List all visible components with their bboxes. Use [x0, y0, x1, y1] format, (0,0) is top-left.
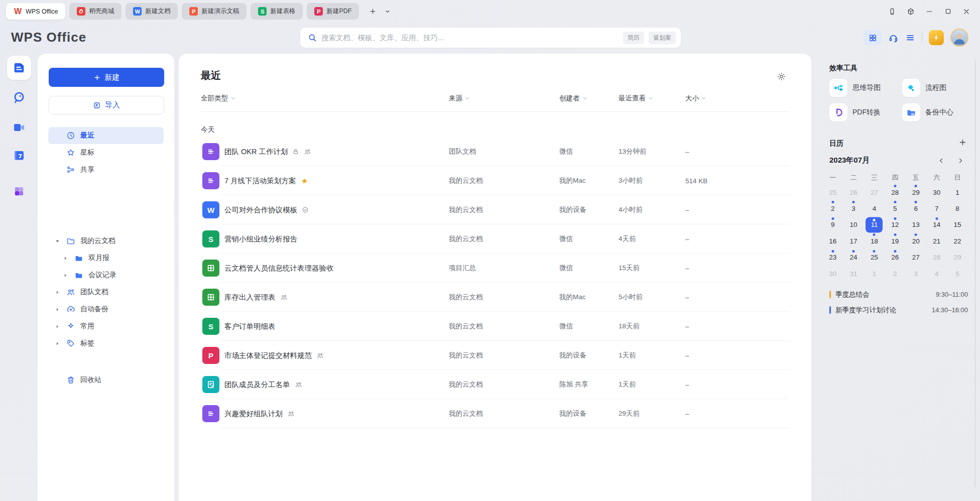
search-input[interactable]: [321, 34, 619, 42]
search-bar[interactable]: 简历 策划案: [300, 28, 681, 48]
file-row[interactable]: 兴趣爱好组队计划 我的云文档 我的设备 29天前 –: [179, 399, 811, 428]
calendar-day[interactable]: 25: [822, 184, 843, 200]
caret-down-icon[interactable]: [55, 238, 60, 244]
new-document-button[interactable]: 新建: [49, 68, 164, 87]
filter-last-viewed[interactable]: 最近查看: [619, 94, 653, 103]
filter-size[interactable]: 大小: [685, 94, 706, 103]
calendar-day[interactable]: 17: [843, 233, 864, 249]
filter-all-types[interactable]: 全部类型: [201, 94, 235, 103]
calendar-day[interactable]: 9: [822, 217, 843, 233]
tree-item-bimonthly-report[interactable]: 双月报: [48, 249, 164, 267]
mobile-connect-button[interactable]: [885, 4, 900, 19]
support-button[interactable]: [888, 33, 899, 43]
scrollbar[interactable]: [974, 60, 976, 487]
sidebar-item-shared[interactable]: 共享: [48, 161, 164, 178]
calendar-day[interactable]: 28: [926, 249, 947, 266]
calendar-day[interactable]: 16: [822, 233, 843, 249]
apps-grid-button[interactable]: [864, 30, 882, 45]
search-tag-proposal[interactable]: 策划案: [649, 32, 676, 44]
sidebar-item-trash[interactable]: 回收站: [48, 371, 164, 389]
calendar-day[interactable]: 5: [885, 200, 905, 216]
file-row[interactable]: P 市场主体登记提交材料规范 我的云文档 我的设备 1天前 –: [179, 341, 811, 370]
calendar-day[interactable]: 1: [864, 266, 885, 282]
filter-source[interactable]: 来源: [449, 94, 470, 103]
calendar-day[interactable]: 15: [947, 217, 967, 233]
tab-wps-office[interactable]: W WPS Office: [6, 3, 65, 20]
calendar-day[interactable]: 18: [864, 233, 885, 249]
calendar-day[interactable]: 23: [822, 249, 843, 266]
calendar-day[interactable]: 10: [843, 217, 864, 233]
search-tag-resume[interactable]: 简历: [623, 32, 644, 44]
tab-new-presentation[interactable]: P 新建演示文稿: [182, 3, 247, 20]
membership-badge[interactable]: [929, 30, 944, 45]
tab-new-document[interactable]: W 新建文档: [126, 3, 178, 20]
tab-new-spreadsheet[interactable]: S 新建表格: [251, 3, 303, 20]
calendar-day[interactable]: 3: [906, 266, 926, 282]
file-row[interactable]: W 公司对外合作协议模板 我的云文档 我的设备 4小时前 –: [179, 195, 811, 224]
calendar-day[interactable]: 8: [947, 200, 967, 216]
rail-calendar-button[interactable]: 7: [12, 149, 26, 162]
calendar-next-button[interactable]: [957, 157, 964, 164]
calendar-day[interactable]: 24: [843, 249, 864, 266]
calendar-day[interactable]: 13: [906, 217, 926, 233]
calendar-event[interactable]: 季度总结会 9:30–11:00: [829, 287, 968, 302]
caret-right-icon[interactable]: [55, 307, 60, 312]
calendar-day[interactable]: 2: [885, 266, 905, 282]
calendar-day[interactable]: 27: [864, 184, 885, 200]
tool-backup-center[interactable]: 备份中心: [902, 103, 970, 121]
calendar-day[interactable]: 20: [906, 233, 926, 249]
file-row[interactable]: S 客户订单明细表 我的云文档 微信 18天前 –: [179, 312, 811, 341]
tab-docer-store[interactable]: 稻壳商城: [69, 3, 121, 20]
file-row[interactable]: S 营销小组业绩分析报告 我的云文档 微信 4天前 –: [179, 224, 811, 254]
tree-item-team-docs[interactable]: 团队文档: [48, 284, 164, 301]
file-row[interactable]: 7 月线下活动策划方案 我的云文档 我的Mac 3小时前 514 KB: [179, 166, 811, 195]
calendar-day[interactable]: 29: [947, 249, 967, 266]
tool-flowchart[interactable]: 流程图: [902, 79, 970, 97]
calendar-day[interactable]: 26: [885, 249, 905, 266]
tree-item-meeting-notes[interactable]: 会议记录: [48, 267, 164, 284]
calendar-day[interactable]: 30: [926, 184, 947, 200]
file-row[interactable]: 团队 OKR 工作计划 团队文档 微信 13分钟前 –: [179, 137, 811, 166]
calendar-prev-button[interactable]: [938, 157, 945, 164]
calendar-add-button[interactable]: [958, 138, 967, 147]
main-menu-button[interactable]: [905, 33, 915, 43]
filter-creator[interactable]: 创建者: [559, 94, 587, 103]
calendar-day[interactable]: 30: [822, 266, 843, 282]
calendar-day[interactable]: 5: [947, 266, 967, 282]
caret-right-icon[interactable]: [63, 256, 68, 261]
tree-item-frequent[interactable]: 常用: [48, 318, 164, 335]
caret-right-icon[interactable]: [55, 324, 60, 329]
caret-right-icon[interactable]: [55, 341, 60, 346]
caret-right-icon[interactable]: [55, 290, 60, 295]
minimize-button[interactable]: [922, 4, 937, 19]
calendar-day[interactable]: 6: [906, 200, 926, 216]
sidebar-item-recent[interactable]: 最近: [48, 127, 164, 144]
calendar-day[interactable]: 12: [885, 217, 905, 233]
calendar-day[interactable]: 31: [843, 266, 864, 282]
calendar-day[interactable]: 14: [926, 217, 947, 233]
user-avatar[interactable]: [950, 29, 968, 47]
calendar-day[interactable]: 26: [843, 184, 864, 200]
list-settings-button[interactable]: [777, 72, 786, 81]
tab-list-button[interactable]: [381, 5, 394, 18]
calendar-day[interactable]: 22: [947, 233, 967, 249]
workspace-button[interactable]: [903, 4, 918, 19]
file-row[interactable]: 云文档管人员信息统计表理器验收 项目汇总 微信 15天前 –: [179, 254, 811, 283]
calendar-day[interactable]: 19: [885, 233, 905, 249]
close-button[interactable]: [959, 4, 974, 19]
calendar-day[interactable]: 21: [926, 233, 947, 249]
tree-item-auto-backup[interactable]: 自动备份: [48, 301, 164, 318]
calendar-event[interactable]: 新季度学习计划讨论 14:30–16:00: [829, 302, 968, 318]
calendar-day[interactable]: 27: [906, 249, 926, 266]
calendar-day[interactable]: 4: [864, 200, 885, 216]
tab-new-pdf[interactable]: P 新建PDF: [307, 3, 359, 20]
tool-mindmap[interactable]: 思维导图: [829, 79, 902, 97]
maximize-button[interactable]: [940, 4, 955, 19]
tool-pdf-convert[interactable]: PDF转换: [829, 103, 902, 121]
sidebar-item-starred[interactable]: 星标: [48, 144, 164, 161]
calendar-day[interactable]: 7: [926, 200, 947, 216]
calendar-day[interactable]: 1: [947, 184, 967, 200]
rail-chat-button[interactable]: [12, 90, 26, 104]
file-row[interactable]: 库存出入管理表 我的云文档 我的Mac 5小时前 –: [179, 283, 811, 312]
add-tab-button[interactable]: [366, 5, 379, 18]
